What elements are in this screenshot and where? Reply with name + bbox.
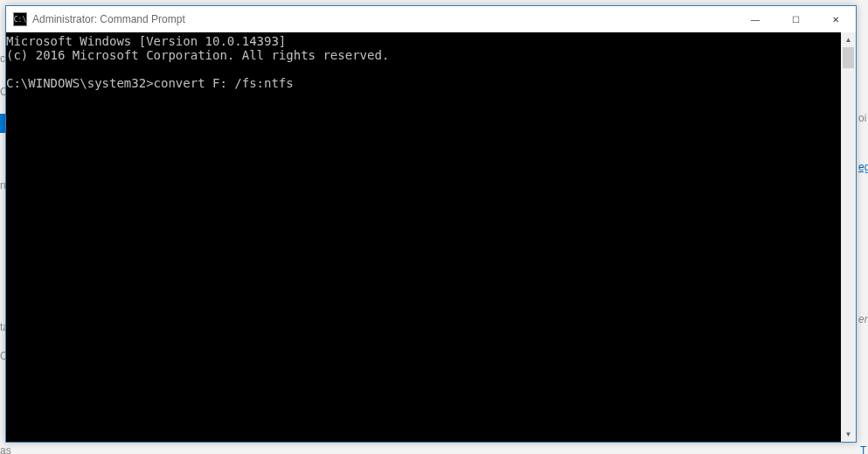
- close-button[interactable]: ✕: [816, 6, 856, 32]
- console-prompt: C:\WINDOWS\system32>: [6, 76, 154, 90]
- scroll-up-button[interactable]: ▲: [841, 32, 856, 47]
- maximize-button[interactable]: ☐: [775, 6, 816, 32]
- cmd-window: C:\ Administrator: Command Prompt — ☐ ✕ …: [5, 5, 857, 443]
- bg-text-fragment: er.: [858, 313, 868, 325]
- cmd-icon: C:\: [13, 12, 27, 26]
- window-title: Administrator: Command Prompt: [32, 13, 735, 25]
- console-command: convert F: /fs:ntfs: [154, 76, 294, 90]
- scroll-down-button[interactable]: ▼: [841, 427, 856, 442]
- titlebar[interactable]: C:\ Administrator: Command Prompt — ☐ ✕: [6, 6, 856, 32]
- scrollbar-track[interactable]: [841, 47, 856, 427]
- bg-link-fragment: T: [860, 444, 866, 454]
- client-area: Microsoft Windows [Version 10.0.14393] (…: [6, 32, 856, 442]
- scrollbar-thumb[interactable]: [843, 47, 854, 68]
- minimize-button[interactable]: —: [735, 6, 775, 32]
- console-output[interactable]: Microsoft Windows [Version 10.0.14393] (…: [6, 32, 841, 442]
- console-line: Microsoft Windows [Version 10.0.14393]: [6, 34, 286, 48]
- vertical-scrollbar[interactable]: ▲ ▼: [841, 32, 856, 442]
- console-line: (c) 2016 Microsoft Corporation. All righ…: [6, 48, 389, 62]
- bg-text-fragment: as: [0, 444, 11, 454]
- bg-text-fragment: oi: [858, 112, 866, 124]
- bg-link-fragment: eg: [858, 161, 868, 173]
- window-controls: — ☐ ✕: [735, 6, 856, 32]
